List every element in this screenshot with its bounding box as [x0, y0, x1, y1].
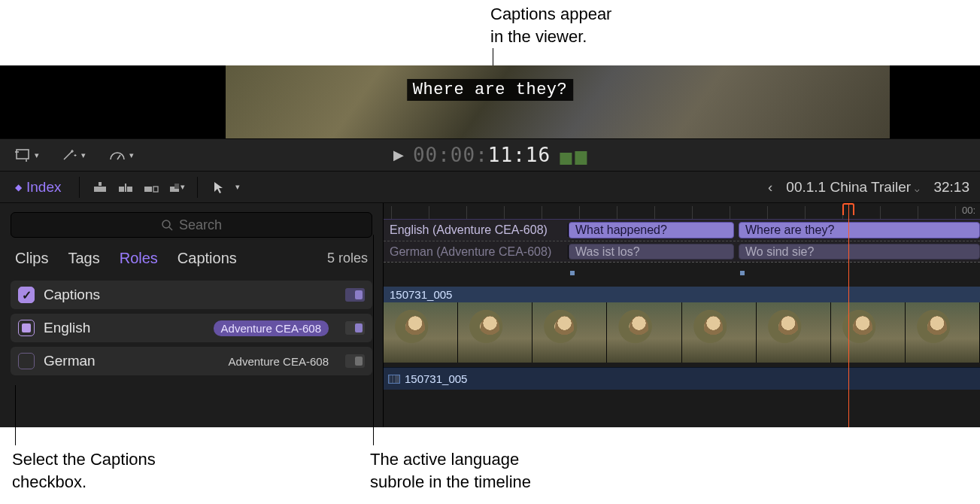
video-thumb — [384, 302, 458, 363]
role-tag-german: Adventure CEA-608 — [229, 354, 329, 369]
tab-captions[interactable]: Captions — [177, 250, 237, 267]
viewer-toolbar: ▾ ▾ ▾ ▶ 00:00:11:16 — [0, 138, 980, 172]
project-name: 00.1.1 China Trailer — [786, 179, 911, 195]
role-label: Captions — [44, 287, 100, 303]
viewer-panel: Where are they? — [0, 65, 980, 138]
timeline-toolbar: ◆ Index ▾ ▾ ‹ 00.1.1 China Trailer ⌵ 32:… — [0, 172, 980, 203]
captions-checkbox[interactable] — [18, 287, 35, 303]
video-thumb — [458, 302, 532, 363]
svg-rect-0 — [17, 150, 29, 159]
caption-lane-german[interactable]: German (Adventure CEA-608) Was ist los? … — [384, 241, 980, 262]
svg-rect-9 — [144, 187, 152, 192]
insert-clip-button[interactable] — [117, 181, 134, 194]
play-icon[interactable]: ▶ — [393, 147, 404, 163]
svg-rect-5 — [99, 182, 102, 186]
timeline-header-right: ‹ 00.1.1 China Trailer ⌵ 32:13 — [768, 179, 969, 196]
role-lane-toggle[interactable] — [345, 321, 365, 335]
timeline-panel[interactable]: 00: English (Adventure CEA-608) What hap… — [384, 203, 980, 427]
chevron-down-icon: ▾ — [181, 182, 185, 192]
role-lane-toggle[interactable] — [345, 354, 365, 368]
video-thumb — [532, 302, 607, 363]
divider — [79, 177, 80, 198]
chevron-down-icon: ▾ — [235, 182, 240, 192]
video-thumb — [682, 302, 757, 363]
tab-roles[interactable]: Roles — [120, 250, 158, 267]
select-tool[interactable]: ▾ — [210, 181, 240, 194]
audio-lane[interactable]: 150731_005 — [384, 367, 980, 390]
video-thumb — [607, 302, 681, 363]
timecode-bright: 11:16 — [488, 144, 551, 166]
index-sidebar: Search Clips Tags Roles Captions 5 roles… — [0, 203, 384, 427]
role-row-german[interactable]: German Adventure CEA-608 — [11, 347, 372, 375]
svg-rect-8 — [125, 184, 126, 192]
annotation-line — [15, 385, 16, 445]
video-lane[interactable]: 150731_005 — [384, 287, 980, 363]
search-icon — [161, 219, 173, 231]
project-duration: 32:13 — [933, 179, 969, 196]
tab-tags[interactable]: Tags — [68, 250, 99, 267]
svg-rect-10 — [153, 187, 158, 192]
viewer-letterbox-left — [0, 65, 226, 138]
timecode-value[interactable]: 00:00:11:16 — [413, 144, 551, 166]
arrow-tool-icon — [210, 181, 226, 194]
roles-list: Captions English Adventure CEA-608 Germa… — [0, 276, 383, 384]
caption-lanes: English (Adventure CEA-608) What happene… — [384, 220, 980, 263]
timeline-ruler[interactable]: 00: — [384, 203, 980, 220]
svg-rect-6 — [119, 187, 124, 192]
caption-track[interactable]: Was ist los? Wo sind sie? — [569, 241, 980, 262]
annotation-active-subrole: The active language subrole in the timel… — [370, 448, 531, 493]
append-clip-button[interactable] — [143, 181, 159, 194]
annotation-viewer-caption: Captions appear in the viewer. — [490, 3, 611, 47]
project-title[interactable]: 00.1.1 China Trailer ⌵ — [786, 179, 920, 196]
annotation-line — [373, 235, 374, 445]
caption-clip-en-2[interactable]: Where are they? — [739, 222, 980, 238]
search-placeholder: Search — [179, 217, 222, 233]
insert-tools: ▾ — [92, 181, 185, 194]
role-lane-toggle[interactable] — [345, 288, 365, 302]
ruler-time-label: 00: — [962, 205, 975, 216]
divider — [197, 177, 198, 198]
speedometer-icon — [108, 148, 126, 162]
svg-line-14 — [169, 227, 172, 230]
timeline-back-button[interactable]: ‹ — [768, 179, 772, 196]
chevron-down-icon: ▾ — [81, 150, 86, 160]
enhance-tool-button[interactable]: ▾ — [57, 145, 90, 165]
caption-clip-de-2[interactable]: Wo sind sie? — [739, 244, 980, 260]
crop-tool-button[interactable]: ▾ — [11, 145, 44, 165]
caption-lane-label: English (Adventure CEA-608) — [384, 223, 569, 237]
caption-clip-en-1[interactable]: What happened? — [569, 222, 734, 238]
overwrite-clip-button[interactable]: ▾ — [168, 181, 185, 194]
crop-icon — [15, 148, 32, 162]
caption-track[interactable]: What happened? Where are they? — [569, 220, 980, 241]
caption-lane-english[interactable]: English (Adventure CEA-608) What happene… — [384, 220, 980, 241]
timecode-dim: 00:00: — [413, 144, 488, 166]
role-row-captions[interactable]: Captions — [11, 281, 372, 309]
role-label: English — [44, 320, 90, 336]
caption-clip-de-1[interactable]: Was ist los? — [569, 244, 734, 260]
german-checkbox[interactable] — [18, 353, 35, 369]
lower-split: Search Clips Tags Roles Captions 5 roles… — [0, 203, 980, 427]
index-label: Index — [26, 179, 61, 196]
video-thumb — [831, 302, 906, 363]
retime-tool-button[interactable]: ▾ — [104, 145, 138, 165]
filmstrip-icon — [388, 375, 400, 384]
search-input[interactable]: Search — [11, 212, 372, 238]
diamond-icon: ◆ — [15, 182, 22, 193]
app-window: Where are they? ▾ ▾ ▾ ▶ 00:00:11:16 — [0, 65, 980, 427]
tab-clips[interactable]: Clips — [15, 250, 48, 267]
svg-rect-4 — [94, 187, 106, 192]
audio-clip-name: 150731_005 — [405, 372, 467, 385]
connect-clip-button[interactable] — [92, 181, 108, 194]
svg-line-3 — [117, 155, 120, 159]
annotation-captions-checkbox: Select the Captions checkbox. — [12, 448, 156, 493]
svg-rect-12 — [174, 184, 179, 189]
role-row-english[interactable]: English Adventure CEA-608 — [11, 314, 372, 342]
video-thumbnails[interactable] — [384, 302, 980, 363]
audio-meters — [560, 145, 587, 165]
index-button[interactable]: ◆ Index — [9, 176, 67, 199]
english-checkbox[interactable] — [18, 320, 35, 336]
playhead-line[interactable] — [848, 203, 849, 427]
role-label: German — [44, 353, 96, 369]
timecode-display: ▶ 00:00:11:16 — [393, 144, 587, 166]
video-clip-name: 150731_005 — [384, 287, 980, 302]
